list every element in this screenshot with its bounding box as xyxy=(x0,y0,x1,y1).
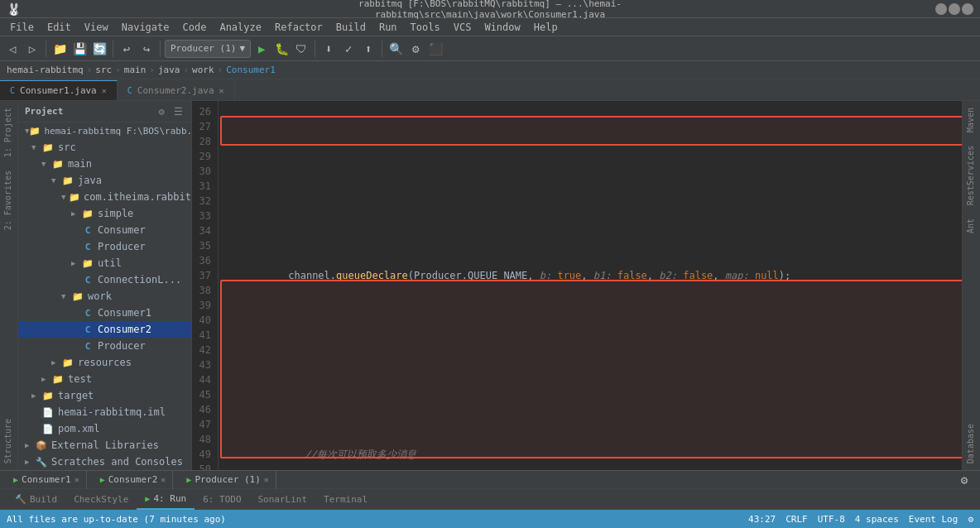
right-strip-database[interactable]: Database xyxy=(963,417,980,470)
btab-terminal[interactable]: Terminal xyxy=(315,488,376,510)
status-event-log[interactable]: Event Log xyxy=(909,514,958,525)
menu-view[interactable]: View xyxy=(78,18,115,36)
breadcrumb-item[interactable]: hemai-rabbitmq xyxy=(7,65,84,75)
close-button[interactable]: ✕ xyxy=(962,3,973,15)
scratches-icon: 🔧 xyxy=(35,455,48,468)
sidebar-item-root[interactable]: ▼ 📁 hemai-rabbitmq F:\BOS\rabb... xyxy=(18,122,191,139)
menu-navigate[interactable]: Navigate xyxy=(115,18,176,36)
sidebar-item-java[interactable]: ▼ 📁 java xyxy=(18,172,191,189)
code-content[interactable]: channel.queueDeclare(Producer.QUEUE_NAME… xyxy=(219,101,962,470)
breadcrumb-item[interactable]: Consumer1 xyxy=(226,65,276,75)
tab-consumer2[interactable]: C Consumer2.java ✕ xyxy=(118,80,235,100)
sidebar-item-connectionl[interactable]: ▶ C ConnectionL... xyxy=(18,271,191,288)
sidebar-item-pom[interactable]: ▶ 📄 pom.xml xyxy=(18,420,191,437)
run-config-dropdown[interactable]: Producer (1) ▼ xyxy=(165,40,251,58)
run-close-consumer1[interactable]: ✕ xyxy=(74,475,79,484)
sidebar-item-resources[interactable]: ▶ 📁 resources xyxy=(18,354,191,371)
btab-build[interactable]: 🔨 Build xyxy=(7,488,65,510)
sidebar-item-producer-simple[interactable]: ▶ C Producer xyxy=(18,238,191,255)
breadcrumb-item[interactable]: main xyxy=(124,65,147,75)
sidebar-item-consumer1[interactable]: ▶ C Consumer1 xyxy=(18,305,191,321)
sidebar-item-ext-libs[interactable]: ▶ 📦 External Libraries xyxy=(18,437,191,454)
sidebar-item-main[interactable]: ▼ 📁 main xyxy=(18,156,191,172)
minimize-button[interactable]: ─ xyxy=(935,3,947,15)
btab-todo[interactable]: 6: TODO xyxy=(195,488,249,510)
breadcrumb-item[interactable]: src xyxy=(95,65,112,75)
right-strip-ant[interactable]: Ant xyxy=(963,212,980,240)
left-strip-structure[interactable]: Structure xyxy=(0,412,17,470)
run-tab-producer[interactable]: ▶ Producer (1) ✕ xyxy=(180,471,276,489)
arrow-scratches: ▶ xyxy=(25,458,35,466)
toolbar-sep3 xyxy=(160,41,161,57)
sidebar-item-work[interactable]: ▼ 📁 work xyxy=(18,288,191,305)
menu-tools[interactable]: Tools xyxy=(404,18,447,36)
sidebar-item-consumer2[interactable]: ▶ C Consumer2 xyxy=(18,321,191,338)
menu-run[interactable]: Run xyxy=(372,18,404,36)
toolbar-redo[interactable]: ↪ xyxy=(137,40,156,58)
sidebar-item-consumer[interactable]: ▶ C Consumer xyxy=(18,222,191,238)
btab-sonar[interactable]: SonarLint xyxy=(250,488,316,510)
toolbar-sync[interactable]: 🔄 xyxy=(90,40,108,58)
editor-area[interactable]: 26 27 28 29 30 31 32 33 34 35 36 37 38 3… xyxy=(192,101,962,470)
sidebar-icon-gear[interactable]: ⚙ xyxy=(155,105,168,118)
menu-file[interactable]: File xyxy=(3,18,41,36)
run-tab-consumer2[interactable]: ▶ Consumer2 ✕ xyxy=(94,471,174,489)
sidebar-item-target[interactable]: ▶ 📁 target xyxy=(18,387,191,404)
sidebar-icon-layout[interactable]: ☰ xyxy=(171,105,185,118)
toolbar-coverage[interactable]: 🛡 xyxy=(292,40,310,58)
toolbar-vcs-push[interactable]: ⬆ xyxy=(359,40,377,58)
run-close-producer[interactable]: ✕ xyxy=(264,475,269,484)
toolbar-undo[interactable]: ↩ xyxy=(118,40,136,58)
toolbar-terminal[interactable]: ⬛ xyxy=(426,40,444,58)
run-close-consumer2[interactable]: ✕ xyxy=(161,475,166,484)
toolbar-open[interactable]: 📁 xyxy=(50,40,69,58)
label-iml: hemai-rabbitmq.iml xyxy=(58,406,166,418)
toolbar-back[interactable]: ◁ xyxy=(3,40,22,58)
toolbar-vcs-commit[interactable]: ✓ xyxy=(339,40,358,58)
sidebar-item-iml[interactable]: ▶ 📄 hemai-rabbitmq.iml xyxy=(18,404,191,420)
btab-checkstyle[interactable]: CheckStyle xyxy=(65,488,137,510)
arrow-test: ▶ xyxy=(41,375,51,383)
sidebar-item-com[interactable]: ▼ 📁 com.itheima.rabbit xyxy=(18,189,191,205)
menu-refactor[interactable]: Refactor xyxy=(268,18,329,36)
toolbar-save[interactable]: 💾 xyxy=(70,40,89,58)
toolbar-settings[interactable]: ⚙ xyxy=(406,40,425,58)
menu-code[interactable]: Code xyxy=(176,18,214,36)
sidebar-item-util[interactable]: ▶ 📁 util xyxy=(18,255,191,271)
tab-consumer1[interactable]: C Consumer1.java ✕ xyxy=(0,80,118,100)
status-position[interactable]: 43:27 xyxy=(748,514,776,525)
menu-window[interactable]: Window xyxy=(478,18,526,36)
settings-icon[interactable]: ⚙ xyxy=(968,514,973,525)
menu-analyze[interactable]: Analyze xyxy=(213,18,268,36)
sidebar-item-scratches[interactable]: ▶ 🔧 Scratches and Consoles xyxy=(18,454,191,470)
folder-icon-util: 📁 xyxy=(81,257,94,270)
toolbar-forward[interactable]: ▷ xyxy=(23,40,41,58)
run-settings-btn[interactable]: ⚙ xyxy=(955,471,973,489)
status-encoding[interactable]: UTF-8 xyxy=(818,514,845,525)
btab-run[interactable]: ▶ 4: Run xyxy=(137,488,195,510)
right-strip-rest[interactable]: RestServices xyxy=(963,139,980,212)
tab-close-consumer2[interactable]: ✕ xyxy=(219,86,224,95)
breadcrumb-item[interactable]: java xyxy=(158,65,180,75)
status-indent[interactable]: 4 spaces xyxy=(855,514,899,525)
toolbar-vcs-update[interactable]: ⬇ xyxy=(319,40,338,58)
sidebar-item-producer-work[interactable]: ▶ C Producer xyxy=(18,338,191,354)
status-crlf[interactable]: CRLF xyxy=(785,514,808,525)
menu-edit[interactable]: Edit xyxy=(41,18,78,36)
tab-close-consumer1[interactable]: ✕ xyxy=(102,86,107,95)
maximize-button[interactable]: □ xyxy=(949,3,960,15)
breadcrumb-item[interactable]: work xyxy=(192,65,214,75)
sidebar-item-simple[interactable]: ▶ 📁 simple xyxy=(18,205,191,222)
left-strip-favorites[interactable]: 2: Favorites xyxy=(0,164,17,237)
toolbar-run[interactable]: ▶ xyxy=(252,40,271,58)
sidebar-item-test[interactable]: ▶ 📁 test xyxy=(18,371,191,387)
sidebar-item-src[interactable]: ▼ 📁 src xyxy=(18,139,191,156)
right-strip-maven[interactable]: Maven xyxy=(963,101,980,139)
toolbar-debug[interactable]: 🐛 xyxy=(272,40,291,58)
menu-vcs[interactable]: VCS xyxy=(447,18,478,36)
run-tab-consumer1[interactable]: ▶ Consumer1 ✕ xyxy=(7,471,87,489)
left-strip-project[interactable]: 1: Project xyxy=(0,101,17,164)
toolbar-find[interactable]: 🔍 xyxy=(387,40,405,58)
menu-build[interactable]: Build xyxy=(329,18,372,36)
menu-help[interactable]: Help xyxy=(527,18,564,36)
